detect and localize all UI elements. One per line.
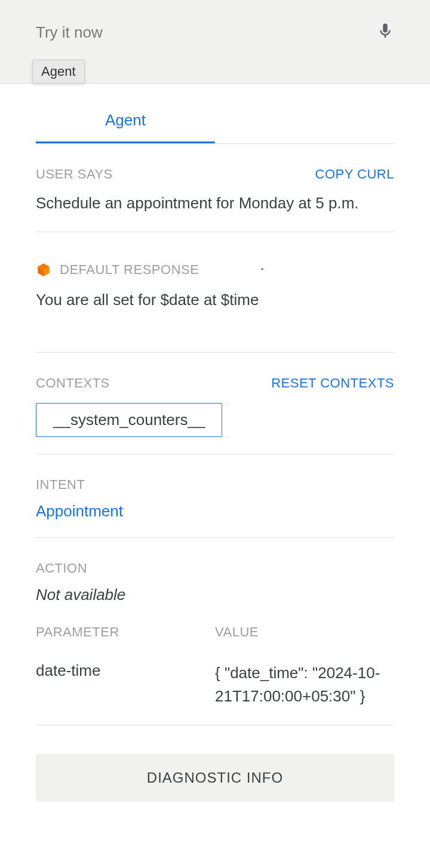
action-value: Not available [36, 586, 394, 604]
parameters-section: PARAMETER date-time VALUE { "date_time":… [36, 624, 394, 725]
microphone-icon[interactable] [376, 19, 394, 45]
intent-section: INTENT Appointment [36, 454, 394, 538]
user-says-section: USER SAYS COPY CURL Schedule an appointm… [36, 144, 394, 232]
reset-contexts-link[interactable]: RESET CONTEXTS [271, 375, 394, 391]
intent-label: INTENT [36, 477, 394, 493]
response-section: DEFAULT RESPONSE You are all set for $da… [36, 232, 394, 353]
tab-agent[interactable]: Agent [36, 101, 215, 143]
diagnostic-info-button[interactable]: DIAGNOSTIC INFO [36, 754, 394, 802]
chevron-down-icon[interactable] [256, 264, 269, 276]
parameter-header: PARAMETER [36, 624, 215, 640]
user-says-label: USER SAYS [36, 167, 113, 182]
parameter-name: date-time [36, 661, 215, 680]
response-text: You are all set for $date at $time [36, 288, 394, 312]
action-label: ACTION [36, 561, 394, 576]
contexts-label: CONTEXTS [36, 375, 110, 391]
default-response-label: DEFAULT RESPONSE [60, 262, 199, 278]
header-bar: Try it now Agent [0, 0, 430, 84]
context-chip[interactable]: __system_counters__ [36, 403, 222, 437]
try-it-now-input[interactable]: Try it now [36, 23, 103, 42]
parameter-value: { "date_time": "2024-10-21T17:00:00+05:3… [215, 661, 394, 708]
agent-chip[interactable]: Agent [32, 60, 85, 84]
tab-bar: Agent [36, 101, 394, 144]
copy-curl-link[interactable]: COPY CURL [315, 167, 394, 182]
action-section: ACTION Not available [36, 538, 394, 604]
user-says-text: Schedule an appointment for Monday at 5 … [36, 192, 394, 215]
value-header: VALUE [215, 624, 394, 640]
intent-value[interactable]: Appointment [36, 502, 394, 521]
cube-icon [36, 262, 51, 278]
contexts-section: CONTEXTS RESET CONTEXTS __system_counter… [36, 353, 394, 454]
